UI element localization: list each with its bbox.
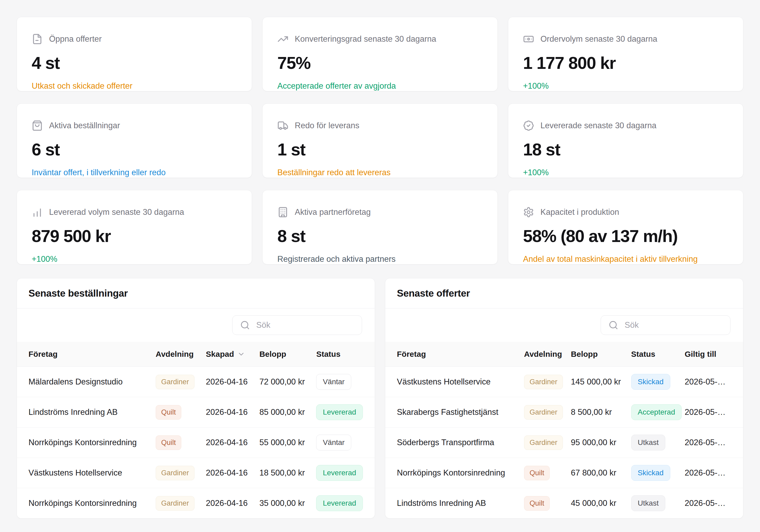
status-badge: Levererad <box>316 495 362 511</box>
stat-card-open-quotes: Öppna offerter 4 st Utkast och skickade … <box>17 17 252 91</box>
status-badge: Utkast <box>631 495 665 511</box>
company-cell: Skarabergs Fastighetstjänst <box>397 408 524 417</box>
search-input[interactable] <box>232 315 362 335</box>
search-icon <box>240 320 250 330</box>
orders-search <box>232 315 362 335</box>
stat-card-active-orders: Aktiva beställningar 6 st Inväntar offer… <box>17 103 252 178</box>
stat-label: Kapacitet i produktion <box>541 208 619 217</box>
quotes-search-row <box>385 309 743 342</box>
table-row[interactable]: Norrköpings Kontorsinredning Quilt 67 80… <box>385 458 743 488</box>
status-badge: Utkast <box>631 435 665 451</box>
badge-check-icon <box>523 120 534 131</box>
quotes-search <box>600 315 731 335</box>
trending-up-icon <box>277 33 288 45</box>
stat-card-delivered-count: Levererade senaste 30 dagarna 18 st +100… <box>508 103 743 178</box>
company-cell: Lindströms Inredning AB <box>28 408 156 417</box>
status-badge: Skickad <box>631 374 670 390</box>
table-row[interactable]: Lindströms Inredning AB Quilt 45 000,00 … <box>385 488 743 518</box>
company-cell: Mälardalens Designstudio <box>28 377 156 387</box>
stat-value: 1 st <box>277 140 483 159</box>
stat-card-order-volume: Ordervolym senaste 30 dagarna 1 177 800 … <box>508 17 743 91</box>
building-icon <box>277 207 288 218</box>
stat-value: 8 st <box>277 226 483 246</box>
stat-label: Levererade senaste 30 dagarna <box>541 121 656 130</box>
department-badge: Gardiner <box>524 405 563 419</box>
stat-subtitle: +100% <box>32 254 237 264</box>
department-badge: Quilt <box>156 405 181 419</box>
company-cell: Lindströms Inredning AB <box>397 499 524 508</box>
stat-subtitle: Andel av total maskinkapacitet i aktiv t… <box>523 254 728 264</box>
department-badge: Gardiner <box>524 435 563 450</box>
amount-cell: 55 000,00 kr <box>260 438 316 447</box>
quotes-table-header: Företag Avdelning Belopp Status Giltig t… <box>385 342 743 367</box>
table-row[interactable]: Lindströms Inredning AB Quilt 2026-04-16… <box>17 397 375 427</box>
amount-cell: 18 500,00 kr <box>260 468 316 478</box>
company-cell: Västkustens Hotellservice <box>28 468 156 478</box>
stat-value: 6 st <box>32 140 237 159</box>
stat-label: Redo för leverans <box>295 121 359 130</box>
stat-subtitle: Inväntar offert, i tillverkning eller re… <box>32 168 237 177</box>
column-header-department: Avdelning <box>156 350 206 359</box>
table-row[interactable]: Mälardalens Designstudio Gardiner 2026-0… <box>17 367 375 397</box>
department-badge: Gardiner <box>156 375 195 389</box>
created-cell: 2026-04-16 <box>206 408 260 417</box>
stat-card-ready-for-delivery: Redo för leverans 1 st Beställningar red… <box>262 103 498 178</box>
created-cell: 2026-04-16 <box>206 377 260 387</box>
stat-value: 58% (80 av 137 m/h) <box>523 226 728 246</box>
stat-subtitle: Beställningar redo att levereras <box>277 168 483 177</box>
department-badge: Quilt <box>524 466 550 480</box>
status-badge: Levererad <box>316 404 362 420</box>
column-header-valid-until: Giltig till <box>685 350 732 359</box>
created-cell: 2026-04-16 <box>206 438 260 447</box>
table-row[interactable]: Västkustens Hotellservice Gardiner 145 0… <box>385 367 743 397</box>
company-cell: Norrköpings Kontorsinredning <box>28 438 156 447</box>
latest-quotes-panel: Senaste offerter Företag Avdelning Belop… <box>385 278 743 518</box>
company-cell: Norrköpings Kontorsinredning <box>28 499 156 508</box>
panel-title: Senaste beställningar <box>17 278 375 309</box>
table-row[interactable]: Västkustens Hotellservice Gardiner 2026-… <box>17 458 375 488</box>
created-cell: 2026-04-16 <box>206 468 260 478</box>
amount-cell: 72 000,00 kr <box>260 377 316 387</box>
dashboard-page: Öppna offerter 4 st Utkast och skickade … <box>0 0 760 518</box>
stat-card-conversion-rate: Konverteringsgrad senaste 30 dagarna 75%… <box>262 17 498 91</box>
status-badge: Accepterad <box>631 404 682 420</box>
department-badge: Gardiner <box>524 375 563 389</box>
stat-value: 75% <box>277 53 483 73</box>
amount-cell: 145 000,00 kr <box>571 377 631 387</box>
column-header-amount: Belopp <box>571 350 631 359</box>
amount-cell: 8 500,00 kr <box>571 408 631 417</box>
orders-table-header: Företag Avdelning Skapad Belopp Status <box>17 342 375 367</box>
table-row[interactable]: Söderbergs Transportfirma Gardiner 95 00… <box>385 427 743 458</box>
column-header-created[interactable]: Skapad <box>206 350 260 359</box>
table-row[interactable]: Skarabergs Fastighetstjänst Gardiner 8 5… <box>385 397 743 427</box>
table-row[interactable]: Norrköpings Kontorsinredning Gardiner 20… <box>17 488 375 518</box>
table-row[interactable]: Norrköpings Kontorsinredning Quilt 2026-… <box>17 427 375 458</box>
valid-until-cell: 2026-05-25 <box>685 468 732 478</box>
stat-value: 4 st <box>32 53 237 73</box>
stat-value: 18 st <box>523 140 728 159</box>
column-header-status: Status <box>631 350 685 359</box>
stat-card-active-partners: Aktiva partnerföretag 8 st Registrerade … <box>262 190 498 265</box>
search-input[interactable] <box>600 315 731 335</box>
amount-cell: 45 000,00 kr <box>571 499 631 508</box>
stat-subtitle: Utkast och skickade offerter <box>32 81 237 91</box>
gear-icon <box>523 207 534 218</box>
panel-title: Senaste offerter <box>385 278 743 309</box>
department-badge: Gardiner <box>156 466 195 480</box>
stat-label: Levererad volym senaste 30 dagarna <box>49 208 184 217</box>
stat-subtitle: +100% <box>523 81 728 91</box>
orders-search-row <box>17 309 375 342</box>
search-icon <box>608 320 618 330</box>
shopping-bag-icon <box>32 120 43 131</box>
bar-chart-icon <box>32 207 43 218</box>
column-header-status: Status <box>316 350 363 359</box>
amount-cell: 95 000,00 kr <box>571 438 631 447</box>
amount-cell: 67 800,00 kr <box>571 468 631 478</box>
department-badge: Quilt <box>524 496 550 510</box>
stat-subtitle: Accepterade offerter av avgjorda <box>277 81 483 91</box>
banknote-icon <box>523 33 534 45</box>
truck-icon <box>277 120 288 131</box>
stat-label: Ordervolym senaste 30 dagarna <box>541 34 657 44</box>
stat-subtitle: Registrerade och aktiva partners <box>277 254 483 264</box>
stat-label: Öppna offerter <box>49 34 102 44</box>
